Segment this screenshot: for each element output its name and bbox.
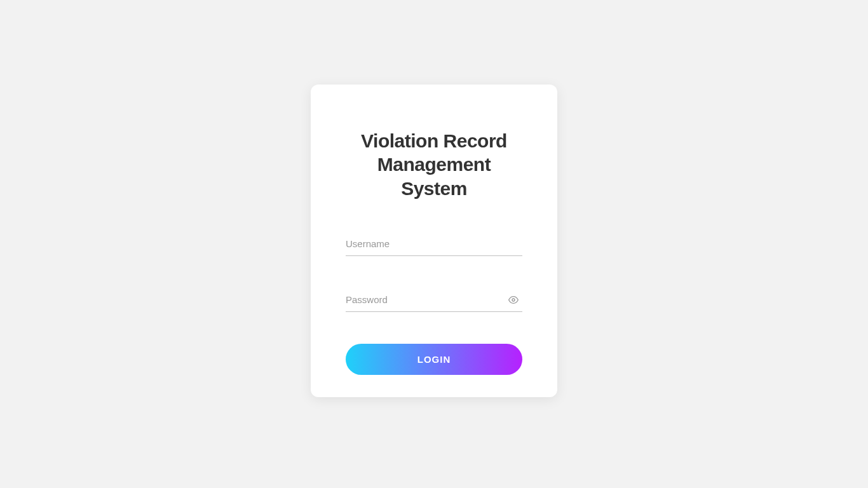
password-group — [346, 288, 522, 312]
username-group — [346, 232, 522, 256]
eye-icon[interactable] — [508, 295, 519, 305]
login-card: Violation Record Management System LOGIN — [311, 85, 557, 398]
page-title: Violation Record Management System — [346, 129, 522, 201]
login-button[interactable]: LOGIN — [346, 344, 522, 375]
username-input[interactable] — [346, 232, 522, 256]
svg-point-0 — [512, 299, 515, 301]
password-input[interactable] — [346, 288, 522, 312]
